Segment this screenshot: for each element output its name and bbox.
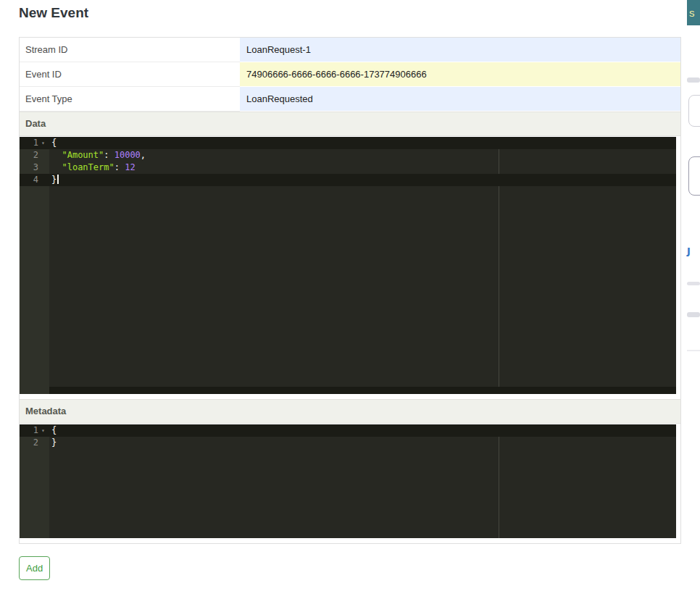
- editor-line-number: 3: [20, 162, 49, 174]
- row-value-field[interactable]: 74906666-6666-6666-6666-173774906666: [240, 62, 680, 87]
- row-label: Event Type: [20, 87, 240, 112]
- metadata-editor-wrap: 1▾{2}: [20, 424, 680, 538]
- editor-line[interactable]: 1▾{: [20, 137, 676, 149]
- cutoff-fragment-bar: [687, 77, 700, 83]
- editor-line[interactable]: 2}: [20, 437, 676, 449]
- data-editor-wrap: 1▾{2 "Amount": 10000,3 "loanTerm": 124}: [20, 136, 680, 394]
- metadata-editor-lines: 1▾{2}: [20, 424, 676, 449]
- row-value-field[interactable]: LoanRequested: [240, 87, 680, 112]
- editor-code-text: {: [49, 137, 57, 149]
- metadata-section-label: Metadata: [25, 406, 66, 416]
- metadata-section-header: Metadata: [20, 399, 680, 424]
- metadata-code-editor[interactable]: 1▾{2}: [20, 424, 676, 538]
- editor-line-number: 1▾: [20, 424, 49, 437]
- cutoff-fragment-line: [687, 350, 700, 351]
- editor-line-number: 4: [20, 174, 49, 186]
- row-value-field[interactable]: LoanRequest-1: [240, 38, 680, 62]
- data-section-label: Data: [25, 118, 46, 129]
- editor-hscrollbar[interactable]: [49, 387, 676, 394]
- editor-code-text: "loanTerm": 12: [49, 162, 136, 174]
- new-event-form: Stream ID LoanRequest-1 Event ID 7490666…: [19, 37, 681, 544]
- data-code-editor[interactable]: 1▾{2 "Amount": 10000,3 "loanTerm": 124}: [20, 137, 676, 394]
- page-title: New Event: [19, 5, 88, 21]
- fold-arrow-placeholder: [38, 162, 48, 174]
- text-cursor: [57, 175, 59, 184]
- cutoff-fragment-outline-button: [688, 156, 700, 196]
- fold-arrow-icon[interactable]: ▾: [38, 424, 48, 437]
- editor-line[interactable]: 2 "Amount": 10000,: [20, 149, 676, 162]
- editor-code-text: }: [49, 174, 59, 186]
- fold-arrow-icon[interactable]: ▾: [38, 137, 48, 149]
- editor-line-number: 1▾: [20, 137, 49, 149]
- form-row: Event Type LoanRequested: [20, 87, 680, 112]
- row-label: Event ID: [20, 62, 240, 87]
- editor-line[interactable]: 3 "loanTerm": 12: [20, 162, 676, 174]
- row-label: Stream ID: [20, 38, 240, 62]
- form-row: Stream ID LoanRequest-1: [20, 38, 680, 62]
- cutoff-top-right-button-label: s: [689, 7, 695, 19]
- event-form-rows: Stream ID LoanRequest-1 Event ID 7490666…: [20, 38, 680, 112]
- editor-code-text: "Amount": 10000,: [49, 149, 146, 162]
- form-bottom-padding: [20, 538, 680, 543]
- add-button[interactable]: Add: [19, 556, 50, 580]
- cutoff-fragment-rounded-box: [688, 95, 700, 127]
- editor-line-number: 2: [20, 437, 49, 449]
- data-editor-lines: 1▾{2 "Amount": 10000,3 "loanTerm": 124}: [20, 137, 676, 186]
- fold-arrow-placeholder: [38, 149, 48, 162]
- cutoff-fragment-blue-glyph: J: [687, 246, 691, 256]
- editor-code-text: {: [49, 424, 57, 437]
- cutoff-top-right-button[interactable]: s: [687, 0, 700, 25]
- form-row: Event ID 74906666-6666-6666-6666-1737749…: [20, 62, 680, 87]
- cutoff-fragment-bar: [687, 312, 700, 317]
- data-section-header: Data: [20, 112, 680, 136]
- editor-line-number: 2: [20, 149, 49, 162]
- fold-arrow-placeholder: [38, 437, 48, 449]
- editor-line[interactable]: 1▾{: [20, 424, 676, 437]
- editor-code-text: }: [49, 437, 57, 449]
- fold-arrow-placeholder: [38, 174, 48, 186]
- editor-line[interactable]: 4}: [20, 174, 676, 186]
- cutoff-fragment-bar: [687, 282, 700, 285]
